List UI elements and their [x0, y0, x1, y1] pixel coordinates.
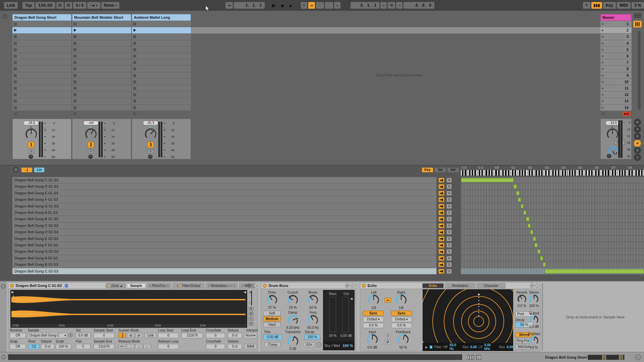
link-button[interactable]: Link	[145, 333, 157, 338]
chain-row[interactable]: Dragon Bell Gong C 02-S3	[12, 223, 436, 229]
chain-speaker-icon[interactable]	[438, 184, 444, 189]
status-rail-icon[interactable]	[1, 355, 6, 359]
boom-knob[interactable]	[308, 295, 318, 305]
sample-waveform-display[interactable]	[10, 290, 247, 323]
scene-row[interactable]: ▶6	[600, 53, 632, 59]
scene-row[interactable]: ▶12	[600, 92, 632, 98]
key-zone-bar[interactable]	[540, 256, 543, 260]
clip-play-icon[interactable]	[14, 28, 17, 32]
clip-slot[interactable]	[12, 98, 71, 104]
clip-stop-icon[interactable]	[133, 22, 136, 25]
metronome-button[interactable]: ○●▾	[87, 2, 100, 9]
clip-stop-icon[interactable]	[14, 55, 17, 58]
key-zone-strip[interactable]	[461, 236, 644, 242]
loop-switch-icon[interactable]: ⟲	[388, 2, 395, 9]
freq-knob[interactable]	[308, 315, 318, 325]
mixer-toggle-io[interactable]: IO	[634, 119, 641, 126]
chain-row[interactable]: Dragon Bell Gong E 02-S3	[12, 236, 436, 242]
clip-stop-icon[interactable]	[14, 22, 17, 25]
clip-slot[interactable]	[72, 79, 131, 85]
mini-grid-icon[interactable]	[476, 355, 482, 360]
hp-value[interactable]: 50.0 Hz	[450, 343, 461, 351]
echo-tap-dot[interactable]	[478, 312, 479, 313]
scene-launch-icon[interactable]: ▶	[602, 74, 604, 77]
volume-knob[interactable]	[145, 128, 156, 140]
right-sync-mode[interactable]: Dotted ▾	[391, 317, 412, 322]
chain-row[interactable]: Dragon Bell Gong F 01-S3	[12, 196, 436, 203]
key-map-button[interactable]: Key	[603, 2, 616, 9]
chain-solo-button[interactable]: S	[446, 178, 452, 183]
transients-value[interactable]: 0.38	[285, 347, 301, 351]
preview-headphone-icon[interactable]: ∩	[88, 155, 93, 159]
key-zone-strip[interactable]	[461, 223, 644, 229]
scene-launch-icon[interactable]: ▶	[602, 48, 604, 51]
decay-value[interactable]: 100 %	[304, 335, 320, 340]
comp-button[interactable]: Comp	[265, 342, 281, 347]
hot-swap-icon[interactable]: ⇄	[345, 284, 350, 288]
session-arrangement-toggle-icon[interactable]	[633, 21, 642, 27]
echo-tap-dot[interactable]	[478, 303, 479, 304]
stereo-width-knob[interactable]	[530, 295, 538, 303]
midi-map-button[interactable]: MIDI	[617, 2, 631, 9]
clip-slot[interactable]	[72, 85, 131, 92]
echo-drywet-knob[interactable]	[530, 336, 538, 345]
clip-slot[interactable]	[72, 47, 131, 53]
clip-stop-icon[interactable]	[14, 67, 17, 70]
key-zone-bar[interactable]	[533, 237, 536, 241]
reverb-knob[interactable]	[518, 295, 526, 303]
echo-tab-character[interactable]: Character	[477, 283, 505, 288]
chain-row[interactable]: Dragon Bell Gong E 01-S3	[12, 190, 436, 196]
clip-slot[interactable]	[132, 34, 191, 40]
sample-start-value[interactable]: 0	[94, 333, 114, 338]
sample-volume-slider[interactable]	[251, 291, 252, 305]
chain-solo-button[interactable]: S	[446, 256, 452, 261]
crunch-value[interactable]: 29 %	[285, 306, 301, 309]
clip-slot[interactable]	[132, 98, 191, 104]
key-zone-strip[interactable]	[461, 255, 644, 261]
release-loop-pingpong-icon[interactable]: ⇄	[144, 344, 151, 349]
hard-button[interactable]: Hard	[263, 322, 281, 327]
mixer-toggle-m[interactable]: M	[634, 140, 641, 147]
clip-slot[interactable]	[12, 40, 71, 47]
scene-row[interactable]: ▶9	[600, 72, 632, 79]
left-sync-button[interactable]: Sync	[363, 311, 384, 316]
device-drop-area[interactable]: Drop an Instrument or Sample Here	[547, 282, 644, 353]
volume-knob[interactable]	[25, 128, 37, 140]
key-zone-strip[interactable]	[461, 242, 644, 248]
key-zone-bar[interactable]	[534, 243, 537, 247]
save-preset-icon[interactable]: ▪	[535, 284, 540, 288]
snap-value[interactable]: Off	[10, 344, 26, 349]
vel-zone-tab[interactable]: Vel	[435, 168, 446, 172]
clip-stop-icon[interactable]	[73, 42, 76, 45]
clip-stop-icon[interactable]	[73, 48, 76, 51]
scene-row[interactable]: ▶13	[600, 98, 632, 104]
right-offset-value[interactable]: 0.0 %	[391, 323, 412, 328]
volume-value[interactable]: -18.5	[23, 121, 39, 125]
drywet-value[interactable]: 100 %	[342, 344, 353, 348]
clip-stop-icon[interactable]	[14, 87, 17, 90]
clip-stop-icon[interactable]	[73, 67, 76, 70]
play-button[interactable]: ▶	[270, 2, 278, 9]
clip-slot[interactable]	[72, 72, 131, 79]
key-zone-strip[interactable]	[461, 203, 644, 209]
clip-stop-icon[interactable]	[133, 55, 136, 58]
key-zone-bar[interactable]	[518, 197, 521, 202]
drive-value[interactable]: 37 %	[264, 306, 280, 309]
scene-launch-icon[interactable]: ▶	[602, 22, 604, 25]
key-zone-bar[interactable]	[521, 204, 524, 208]
auto-select-icon[interactable]	[13, 167, 18, 172]
key-zone-strip[interactable]	[461, 248, 644, 255]
track-activator-button[interactable]: 3	[147, 142, 154, 148]
drive-toggle-button[interactable]: D	[385, 334, 390, 339]
clip-stop-icon[interactable]	[73, 87, 76, 90]
arrangement-position-field[interactable]: 1. 1. 1	[234, 2, 265, 9]
clip-slot[interactable]	[12, 66, 71, 72]
capture-midi-button[interactable]: ←	[316, 2, 324, 9]
track-activator-button[interactable]: 2	[88, 142, 94, 148]
scene-row[interactable]: ▶7	[600, 59, 632, 66]
clip-play-icon[interactable]	[74, 28, 76, 32]
clip-stop-icon[interactable]	[133, 106, 136, 109]
clip-slot[interactable]	[12, 34, 71, 40]
device-on-led[interactable]	[10, 284, 14, 288]
key-zone-bar[interactable]	[526, 217, 529, 221]
